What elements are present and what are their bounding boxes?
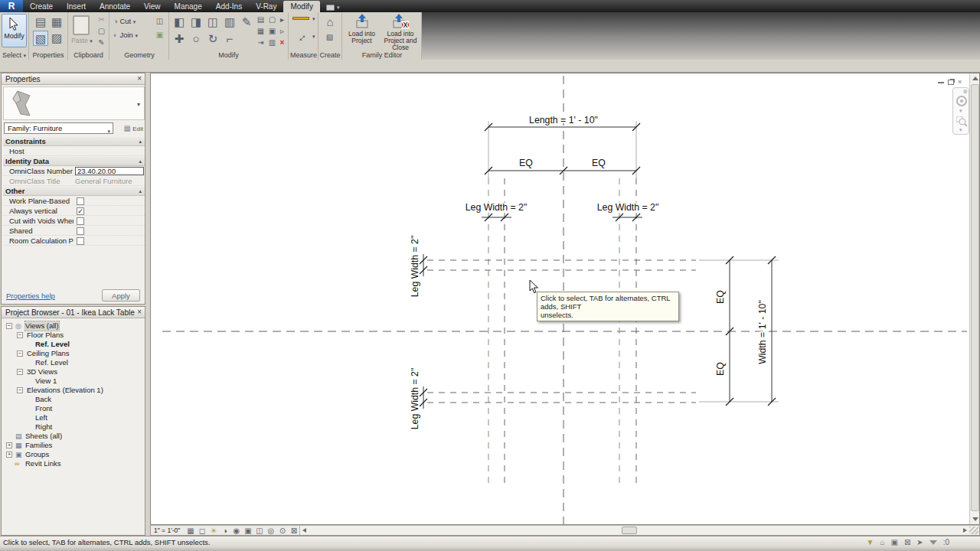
eq-label[interactable]: EQ (592, 158, 606, 168)
cut-profile-icon[interactable]: ◨ (188, 15, 204, 30)
match-type-icon[interactable]: ✎ (96, 37, 106, 47)
close-icon[interactable]: × (958, 78, 962, 86)
reveal-hidden-icon[interactable]: ⊙ (276, 527, 288, 535)
lock-view-icon[interactable]: ⊠ (288, 527, 299, 535)
checkbox-unchecked[interactable] (77, 217, 84, 225)
filter-icon[interactable] (929, 540, 937, 545)
type-selector[interactable]: Family: Furniture ▾ (4, 122, 113, 134)
tab-modify[interactable]: Modify (283, 1, 319, 12)
vertical-scrollbar[interactable] (969, 73, 979, 524)
copy-to-clipboard-icon[interactable]: ▢ (96, 26, 106, 36)
restore-icon[interactable] (948, 80, 954, 85)
sun-path-icon[interactable]: ☀ (207, 527, 219, 535)
minimize-icon[interactable] (938, 81, 944, 83)
delete-icon[interactable]: × (277, 37, 287, 47)
pin-icon[interactable]: ▸ (277, 15, 287, 24)
chevron-down-icon[interactable]: ▾ (312, 16, 315, 22)
checkbox-unchecked[interactable] (77, 237, 84, 245)
cut-with-voids-row[interactable]: Cut with Voids When ... (3, 217, 145, 226)
edit-type-button[interactable]: ▦ Edit Type (116, 122, 145, 135)
tree-item-right[interactable]: Right (35, 422, 52, 432)
type-properties-icon[interactable]: ▤ (33, 15, 48, 30)
expand-expander-icon[interactable]: + (6, 442, 12, 448)
drawing-area[interactable]: Length = 1' - 10" EQ EQ Leg Width = 2" L… (150, 73, 980, 525)
chevron-down-icon[interactable]: ▾ (959, 127, 962, 133)
family-types-icon[interactable]: ▦ (49, 15, 64, 30)
tree-item-3d-views[interactable]: 3D Views (27, 367, 57, 377)
tree-item-sheets-all[interactable]: Sheets (all) (25, 432, 62, 441)
offset-icon[interactable]: ▥ (267, 37, 277, 47)
split-gap-icon[interactable]: ▣ (267, 26, 277, 36)
zoom-icon[interactable] (956, 116, 967, 127)
leg-width-label[interactable]: Leg Width = 2" (410, 236, 420, 298)
tree-item-back[interactable]: Back (35, 395, 51, 404)
chevron-down-icon[interactable]: ▾ (312, 34, 315, 40)
tree-item-floor-plans[interactable]: Floor Plans (27, 331, 64, 340)
tree-item-left[interactable]: Left (35, 413, 47, 422)
tab-annotate[interactable]: Annotate (93, 1, 137, 12)
tab-add-ins[interactable]: Add-Ins (209, 1, 249, 12)
tab-insert[interactable]: Insert (60, 1, 93, 12)
eq-label[interactable]: EQ (715, 362, 726, 376)
panel-select-label[interactable]: Select ▾ (0, 51, 28, 60)
chevron-down-icon[interactable]: ▾ (959, 108, 962, 114)
collapse-expander-icon[interactable]: − (6, 323, 12, 329)
modify-tool-button[interactable]: Modify (2, 14, 27, 47)
trim-extend-icon[interactable]: ▦ (256, 26, 266, 36)
editable-only-icon[interactable]: ▼ (866, 538, 874, 546)
project-browser-title[interactable]: Project Browser - 01 - Ikea Lack Table (2, 307, 145, 318)
ribbon-display-toggle[interactable]: ▾ (326, 3, 346, 12)
scroll-up-icon[interactable] (972, 77, 978, 80)
tab-manage[interactable]: Manage (168, 1, 209, 12)
work-plane-based-row[interactable]: Work Plane-Based (3, 197, 145, 206)
vertical-scroll-thumb[interactable] (971, 84, 979, 511)
collapse-expander-icon[interactable]: − (17, 387, 23, 393)
tab-view[interactable]: View (137, 1, 168, 12)
tree-item-ceiling-plans[interactable]: Ceiling Plans (27, 349, 69, 358)
cut-to-clipboard-icon[interactable]: ✂ (96, 15, 106, 24)
shadows-icon[interactable]: ◑ (219, 527, 230, 535)
omniclass-title-row[interactable]: OmniClass Title General Furniture and S.… (3, 177, 145, 186)
scroll-right-icon[interactable] (963, 528, 967, 533)
omniclass-number-input[interactable]: 23.40.20.00 (75, 167, 144, 175)
mirror-pick-axis-icon[interactable]: ◫ (205, 15, 220, 30)
other-group-header[interactable]: Other▴ (3, 187, 145, 196)
copy-icon[interactable]: ○ (188, 31, 204, 47)
family-preview[interactable]: ▾ (3, 86, 145, 120)
properties-palette-title[interactable]: Properties (2, 73, 145, 85)
measure-ruler-icon[interactable] (292, 17, 309, 20)
tree-item-ref-level-floor[interactable]: Ref. Level (35, 340, 70, 349)
expand-expander-icon[interactable]: + (6, 452, 12, 458)
close-icon[interactable]: × (137, 74, 142, 83)
tree-item-ref-level-ceiling[interactable]: Ref. Level (35, 358, 68, 367)
apply-button[interactable]: Apply (102, 289, 140, 302)
length-dimension-label[interactable]: Length = 1' - 10" (529, 115, 598, 126)
family-category-icon[interactable]: ▨ (49, 31, 64, 46)
tree-item-view-1[interactable]: View 1 (35, 377, 57, 386)
revit-logo[interactable]: R (0, 0, 23, 12)
hide-isolate-icon[interactable]: ◎ (265, 527, 276, 535)
move-icon[interactable]: ✚ (172, 31, 187, 47)
join-geometry-button[interactable]: ◐ Join ▾ (113, 30, 138, 41)
leg-width-label[interactable]: Leg Width = 2" (597, 202, 659, 213)
horizontal-scrollbar[interactable] (299, 526, 979, 535)
scroll-down-icon[interactable] (972, 517, 978, 521)
mirror-draw-axis-icon[interactable]: ▥ (222, 15, 237, 30)
always-vertical-row[interactable]: Always vertical✓ (3, 207, 145, 216)
properties-help-link[interactable]: Properties help (6, 292, 55, 300)
collapse-expander-icon[interactable]: − (17, 350, 23, 357)
create-similar-icon[interactable]: ▧ (325, 32, 335, 42)
render-dialog-icon[interactable]: ◉ (230, 527, 242, 535)
split-element-icon[interactable]: ✎ (239, 15, 254, 30)
tree-item-families[interactable]: Families (25, 441, 52, 450)
eq-label[interactable]: EQ (519, 158, 533, 168)
show-crop-region-icon[interactable]: ◫ (253, 527, 265, 535)
load-into-project-and-close-button[interactable]: x Load into Project and Close (381, 13, 420, 49)
identity-data-group-header[interactable]: Identity Data▴ (3, 157, 145, 166)
checkbox-checked[interactable]: ✓ (77, 207, 84, 215)
steering-wheel-icon[interactable] (956, 95, 968, 107)
tab-v-ray[interactable]: V-Ray (249, 1, 283, 12)
close-icon[interactable]: ⊗ (962, 88, 968, 95)
close-icon[interactable]: × (137, 308, 142, 316)
unpin-icon[interactable]: ▹ (277, 26, 287, 36)
